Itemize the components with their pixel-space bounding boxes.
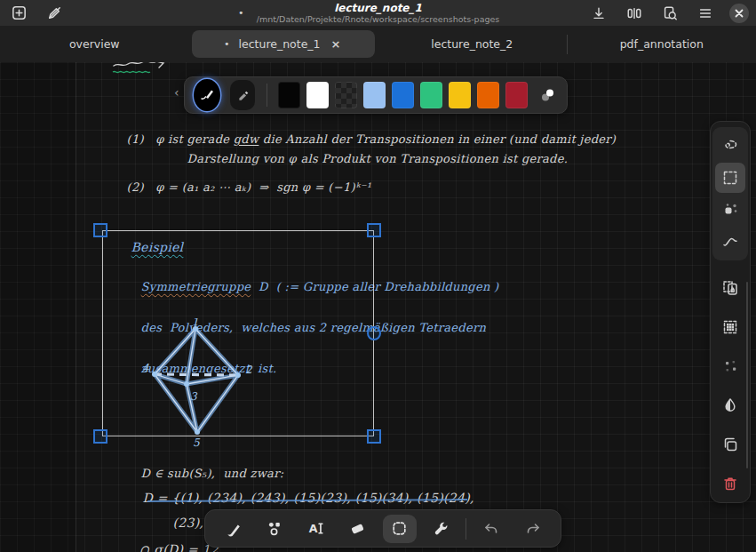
flap-toggle-button[interactable] [623, 2, 646, 25]
color-swatch-yellow[interactable] [449, 82, 471, 108]
selector-sidebar [710, 121, 751, 503]
duplicate-selection-icon [721, 279, 739, 297]
selection-mode-group [712, 127, 748, 260]
stylus-toggle-button[interactable] [43, 2, 66, 25]
export-button[interactable] [587, 2, 610, 25]
pen-style-toolbar [184, 76, 568, 114]
page-margin-shade [0, 62, 76, 552]
tab-lecture-note-2[interactable]: lecture_note_2 [378, 26, 567, 62]
color-swatch-lightblue[interactable] [363, 82, 386, 108]
window-close-button[interactable] [729, 4, 749, 23]
tap-select-button[interactable] [715, 195, 745, 225]
flap-toggle-icon [626, 5, 642, 21]
tab-label: lecture_note_2 [431, 37, 513, 51]
page-zoom-icon [662, 5, 678, 21]
marker-style-button[interactable] [230, 80, 255, 110]
undo-icon [482, 520, 500, 538]
tab-lecture-note-1[interactable]: • lecture_note_1 × [189, 26, 378, 62]
new-tab-button[interactable] [7, 2, 30, 25]
stylus-toggle-icon [46, 4, 63, 21]
close-icon [734, 8, 744, 19]
toolbar-divider [267, 84, 267, 107]
window-title: lecture_note_1 [334, 3, 422, 14]
canvas[interactable]: Sei 1 < (1) φ ist gerade gdw die Anzahl … [0, 62, 756, 552]
invert-color-button[interactable] [715, 390, 745, 420]
octa-vertex-label-5: 5 [193, 436, 201, 449]
color-picker-icon [538, 86, 556, 104]
color-swatch-white[interactable] [306, 82, 329, 108]
toolbar-divider [466, 518, 466, 540]
rectangle-select-icon [721, 169, 739, 187]
main-menu-button[interactable] [694, 2, 717, 25]
select-all-button[interactable] [715, 312, 745, 342]
color-swatch-green[interactable] [420, 82, 442, 108]
brush-tool-icon [224, 519, 243, 538]
copy-button[interactable] [715, 429, 745, 460]
lasso-select-button[interactable] [715, 131, 745, 161]
active-tab-pill[interactable]: • lecture_note_1 × [192, 30, 376, 58]
pen-toolbar-collapse-chevron[interactable]: ‹ [174, 85, 179, 100]
selection-actions-group [715, 273, 745, 499]
color-picker-button[interactable] [536, 82, 558, 108]
unsaved-indicator-dot: • [238, 7, 244, 19]
brush-scribble-icon [198, 86, 216, 104]
redo-icon [524, 520, 542, 538]
page-zoom-button[interactable] [658, 2, 681, 25]
brush-tool-button[interactable] [216, 515, 250, 543]
wrench-icon [432, 519, 450, 538]
selection-handle-bottom-right[interactable] [367, 429, 381, 444]
trash-icon [721, 475, 739, 492]
cutoff-heading-scribble [110, 62, 172, 78]
selection-handle-top-right[interactable] [367, 223, 381, 237]
intersect-path-select-icon [721, 233, 739, 251]
color-swatch-darkred[interactable] [505, 82, 528, 108]
typewriter-tool-icon: A [306, 519, 325, 538]
tab-label: overview [69, 37, 120, 51]
sidebar-scrollbar[interactable] [746, 282, 748, 468]
download-icon [591, 5, 607, 21]
header-bar: lecture_note_1 /mnt/Daten/Projekte/Rnote… [0, 0, 756, 26]
tap-select-icon [721, 201, 739, 219]
typewriter-tool-button[interactable]: A [299, 515, 333, 543]
shapes-tool-icon [265, 519, 283, 538]
rectangle-select-button[interactable] [715, 163, 745, 193]
tab-overview[interactable]: overview [0, 26, 189, 62]
app-window: lecture_note_1 /mnt/Daten/Projekte/Rnote… [0, 0, 756, 552]
shapes-tool-button[interactable] [258, 515, 291, 543]
duplicate-selection-button[interactable] [715, 273, 745, 303]
copy-icon [721, 436, 739, 453]
selection-handle-rotate[interactable] [367, 326, 381, 340]
selector-tool-button[interactable] [383, 515, 417, 543]
new-tab-icon [11, 4, 28, 21]
color-swatch-orange[interactable] [477, 82, 499, 108]
deselect-all-icon [721, 357, 739, 375]
brush-style-button[interactable] [194, 79, 220, 111]
invert-color-icon [721, 396, 739, 414]
tab-pdf-annotation[interactable]: pdf_annotation [568, 26, 756, 62]
menu-icon [697, 5, 713, 21]
tab-label: lecture_note_1 [239, 37, 321, 51]
color-swatch-blue[interactable] [392, 82, 414, 108]
delete-selection-button[interactable] [715, 468, 745, 499]
eraser-tool-icon [348, 519, 367, 538]
lasso-select-icon [721, 137, 739, 155]
eraser-tool-button[interactable] [341, 515, 375, 543]
window-path: /mnt/Daten/Projekte/Rnote/workspace/scre… [257, 14, 500, 24]
pens-toolbar: A [204, 509, 561, 548]
tab-bar: overview • lecture_note_1 × lecture_note… [0, 26, 756, 62]
tab-unsaved-dot: • [224, 38, 230, 50]
color-swatch-transparent[interactable] [335, 82, 357, 108]
selector-tool-icon [390, 519, 409, 538]
color-swatch-black[interactable] [278, 82, 300, 108]
undo-button[interactable] [474, 515, 508, 543]
intersect-path-select-button[interactable] [715, 227, 745, 257]
selection-handle-bottom-left[interactable] [93, 429, 107, 444]
selection-bounds[interactable] [102, 230, 374, 436]
tab-close-icon[interactable]: × [330, 37, 343, 51]
page-edge-line [76, 62, 76, 552]
deselect-all-button[interactable] [715, 351, 745, 381]
tools-button[interactable] [424, 515, 458, 543]
selection-handle-top-left[interactable] [93, 223, 107, 237]
handwriting-order-line: ∩ σ(D) = 12 [114, 528, 219, 552]
redo-button[interactable] [516, 515, 550, 543]
